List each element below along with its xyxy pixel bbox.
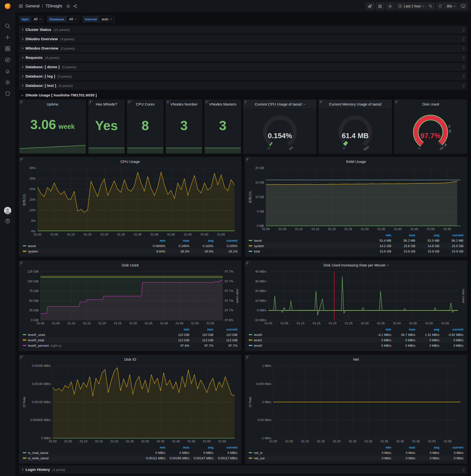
svg-text:01:15: 01:15 (95, 440, 103, 443)
row-requests[interactable]: Requests(4 panels) (19, 53, 467, 62)
search-icon[interactable] (5, 23, 11, 29)
legend-series-name[interactable]: level0 (249, 333, 367, 337)
row-mnodes-overview[interactable]: MNodes Overview(2 panels) (19, 44, 467, 52)
row-drag-handle[interactable] (462, 84, 465, 88)
grafana-logo[interactable] (0, 2, 15, 10)
legend-series-name[interactable]: level2 (249, 344, 367, 347)
row-login-history[interactable]: Login History(1 panel) (19, 465, 467, 474)
cycle-view-mode-button[interactable] (459, 2, 468, 10)
explore-compass-icon[interactable] (5, 57, 11, 63)
info-icon: i (245, 100, 246, 103)
panel-title[interactable]: Net (245, 355, 467, 363)
legend-series-name[interactable]: level0_percent(right-y) (23, 344, 165, 347)
variable-value-dropdown[interactable]: All (31, 16, 44, 23)
refresh-button[interactable] (436, 2, 444, 10)
panel-info-corner[interactable] (19, 355, 25, 361)
info-icon: i (247, 158, 248, 161)
row-drag-handle[interactable] (462, 56, 465, 60)
legend-series-name[interactable]: net_in (249, 451, 367, 455)
dashboard-settings-button[interactable] (386, 2, 394, 10)
row-drag-handle[interactable] (462, 65, 465, 69)
legend-series-name[interactable]: level0_used (23, 333, 165, 337)
row-database-demo[interactable]: Database: [ demo ](5 panels) (19, 63, 467, 71)
legend-series-name[interactable]: taosd (249, 239, 367, 242)
share-icon[interactable] (73, 4, 77, 8)
variable-label[interactable]: Interval (83, 16, 99, 23)
svg-text:01:35: 01:35 (157, 440, 164, 443)
row-drag-handle[interactable] (462, 468, 465, 472)
panel-info-corner[interactable] (245, 261, 251, 267)
row-dnode-usage[interactable]: DNode Usage [ huolinhe-TM1701:6030 ] (19, 91, 467, 100)
variable-label[interactable]: Database (47, 16, 67, 23)
create-plus-icon[interactable] (5, 34, 11, 40)
row-drag-handle[interactable] (462, 28, 465, 32)
panel-title[interactable]: RAM Usage (245, 157, 467, 166)
variable-label[interactable]: fqdn (19, 16, 31, 23)
breadcrumb-dashboard-title[interactable]: TDinsight (45, 4, 62, 8)
svg-text:01:05: 01:05 (285, 440, 293, 443)
panel-info-corner[interactable] (19, 261, 25, 267)
legend-series-name[interactable]: level1 (249, 338, 367, 342)
legend-series-name[interactable]: taosd (23, 244, 141, 248)
gauge: 075809510097.7% (394, 108, 467, 153)
refresh-interval-dropdown[interactable]: 30s (444, 2, 457, 10)
row-drag-handle[interactable] (462, 37, 465, 41)
dashboards-icon[interactable] (5, 46, 11, 51)
row-database-test[interactable]: Database: [ test ](5 panels) (19, 82, 467, 90)
server-admin-shield-icon[interactable] (5, 91, 11, 97)
legend-series-name[interactable]: io_read_taosd (23, 451, 141, 455)
row-dnodes-overview[interactable]: DNodes Overview(4 panels) (19, 35, 467, 43)
panel-title[interactable]: Disk Used (394, 100, 467, 108)
variable-value-dropdown[interactable]: All (67, 16, 79, 23)
alerting-bell-icon[interactable] (5, 68, 11, 74)
panel-info-corner[interactable] (245, 355, 251, 361)
panel-title[interactable]: Disk Used Increasing Rate per Minute (245, 261, 467, 269)
panel-info-corner[interactable] (166, 100, 172, 106)
panel-info-corner[interactable] (394, 100, 400, 106)
panel-title[interactable]: Disk IO (19, 355, 241, 363)
legend-value: 97.6% (165, 344, 189, 347)
row-drag-handle[interactable] (462, 46, 465, 50)
panel-title[interactable]: Current Memory Usage of taosd (319, 100, 391, 108)
help-icon[interactable] (5, 218, 10, 224)
zoom-out-time-button[interactable] (426, 2, 435, 10)
legend-series-name[interactable]: net_out (249, 456, 367, 460)
star-icon[interactable] (66, 4, 70, 8)
panel-info-corner[interactable] (88, 100, 94, 106)
panel-info-corner[interactable] (245, 157, 251, 163)
panel-title[interactable]: Current CPU Usage of taosd (244, 100, 316, 108)
panel-info-corner[interactable] (319, 100, 325, 106)
panel-info-corner[interactable] (205, 100, 211, 106)
panel-info-corner[interactable] (244, 100, 250, 106)
save-dashboard-button[interactable] (376, 2, 384, 10)
legend-series-name[interactable]: system (23, 250, 141, 253)
row-drag-handle[interactable] (462, 74, 465, 78)
user-avatar[interactable] (4, 207, 11, 214)
svg-text:0 MB/s: 0 MB/s (257, 309, 266, 312)
svg-text:01:45: 01:45 (412, 440, 420, 443)
panel-title[interactable]: Disk Used (19, 261, 241, 269)
add-panel-button[interactable] (366, 2, 374, 10)
panel-info-corner[interactable] (127, 100, 133, 106)
row-database-log[interactable]: Database: [ log ](5 panels) (19, 72, 467, 81)
panel-info-corner[interactable] (19, 100, 25, 106)
panel-title[interactable]: CPU Usage (19, 157, 241, 166)
refresh-interval-label: 30s (446, 4, 452, 8)
svg-text:1 Mb/s: 1 Mb/s (262, 364, 271, 368)
time-range-picker[interactable]: Last 1 hour (396, 2, 426, 10)
breadcrumb: General / TDinsight (19, 4, 77, 8)
panel-title[interactable]: Uptime (19, 100, 86, 108)
svg-text:01:15: 01:15 (84, 233, 91, 236)
svg-text:01:00: 01:00 (269, 440, 277, 443)
row-cluster-status[interactable]: Cluster Status(21 panels) (19, 26, 467, 34)
legend-series-name[interactable]: system (249, 244, 367, 248)
legend-series-name[interactable]: io_write_taosd (23, 456, 141, 460)
legend-series-name[interactable]: level0_total (23, 338, 165, 342)
legend-series-name[interactable]: total (249, 250, 367, 253)
panel-title-text: RAM Usage (346, 159, 366, 164)
panel-info-corner[interactable] (19, 157, 25, 163)
legend-header-avg: avg (189, 446, 213, 449)
variable-value-dropdown[interactable]: auto (99, 16, 114, 23)
breadcrumb-section[interactable]: General (26, 4, 39, 8)
configuration-gear-icon[interactable] (5, 80, 11, 85)
